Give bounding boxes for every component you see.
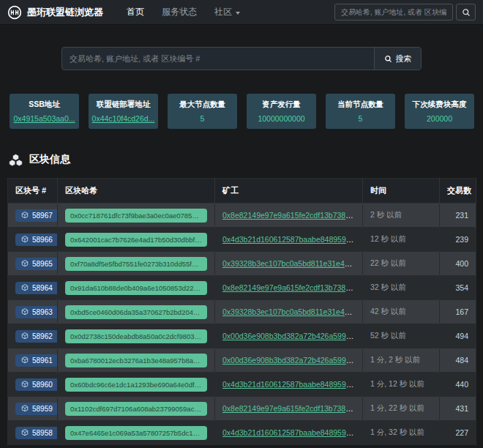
- block-number: 58958: [32, 429, 53, 437]
- cube-icon: [21, 308, 29, 316]
- deploy-address-link[interactable]: 0x44c10f4cd26d...: [89, 114, 158, 123]
- cube-icon: [21, 356, 29, 364]
- block-hash-pill[interactable]: 0x60bdc96c6e1dc1a1293be690a64e0df400df39…: [65, 378, 207, 392]
- tx-count: 484: [440, 348, 476, 373]
- blocks-section-header: 区块信息: [9, 153, 474, 166]
- block-hash-pill[interactable]: 0x0d2738c150deabdb8a50a0c2dcf9803131838b…: [65, 329, 207, 343]
- chevron-down-icon: [236, 12, 240, 15]
- table-row: 58962 0x0d2738c150deabdb8a50a0c2dcf98031…: [8, 324, 476, 348]
- stat-card-deploy-address: 联盟链部署地址 0x44c10f4cd26d...: [89, 94, 158, 129]
- tx-count: 167: [440, 300, 476, 324]
- block-number-badge[interactable]: 58961: [15, 354, 58, 367]
- block-hash-pill[interactable]: 0xbd5ce0460d06da35a370627b2bd20412470aad…: [65, 305, 207, 319]
- search-icon: [462, 8, 471, 17]
- block-hash-pill[interactable]: 0x91da610b88de0b409a6e1050853d22fd2f1db0…: [65, 281, 207, 295]
- stat-label: 资产发行量: [247, 100, 316, 110]
- miner-link[interactable]: 0x4d3b21d160612587baabe848959c327e195e46…: [222, 235, 363, 244]
- stat-card-asset-issuance: 资产发行量 10000000000: [247, 94, 316, 129]
- block-number: 58960: [32, 381, 53, 389]
- miner-link[interactable]: 0x4d3b21d160612587baabe848959c327e195e46…: [222, 380, 363, 389]
- block-hash-pill[interactable]: 0x0cc718761dfc73f9bae3a0ec0ae07856d121fe…: [65, 209, 207, 223]
- navbar-search-input[interactable]: [334, 4, 453, 20]
- cube-icon: [21, 332, 29, 340]
- navbar-search-button[interactable]: [456, 4, 476, 20]
- cube-icon: [21, 236, 29, 243]
- block-time: 2 秒 以前: [363, 204, 440, 228]
- tx-count: 227: [440, 421, 476, 445]
- miner-link[interactable]: 0x4d3b21d160612587baabe848959c327e195e46…: [222, 428, 363, 437]
- block-time: 1 分, 22 秒 以前: [363, 397, 440, 421]
- block-number-badge[interactable]: 58966: [15, 234, 58, 246]
- stat-card-current-nodes: 当前节点数量 5: [326, 94, 395, 129]
- block-number-badge[interactable]: 58963: [15, 306, 58, 318]
- stat-label: 联盟链部署地址: [89, 100, 158, 110]
- col-header-block-hash: 区块哈希: [58, 179, 215, 204]
- block-time: 32 秒 以前: [363, 276, 440, 300]
- current-nodes-value: 5: [326, 114, 395, 123]
- nav-home[interactable]: 首页: [119, 1, 151, 23]
- miner-link[interactable]: 0x39328b3ec107bc0a5bd811e31e46c295e24053…: [222, 259, 363, 268]
- miner-link[interactable]: 0x39328b3ec107bc0a5bd811e31e46c295e24053…: [222, 307, 363, 316]
- block-number: 58963: [32, 308, 53, 316]
- block-time: 42 秒 以前: [363, 300, 440, 324]
- tx-count: 431: [440, 397, 476, 421]
- stat-label: 最大节点数量: [168, 100, 237, 110]
- miner-link[interactable]: 0x8e82149e97e9a615fe2cdf13b7385708db1e05…: [222, 404, 363, 413]
- block-time: 22 秒 以前: [363, 252, 440, 276]
- table-row: 58966 0x642001cac7b7626e4ad17b50d30dbbf6…: [8, 228, 476, 252]
- cube-icon: [21, 405, 29, 412]
- block-hash-pill[interactable]: 0xf70a8df5e5fbd7551fe0273b310dd55f05552e…: [65, 257, 207, 271]
- main-nav: 首页 服务状态 社区: [119, 1, 247, 23]
- block-number: 58964: [32, 284, 53, 292]
- cube-icon: [21, 212, 29, 219]
- col-header-time: 时间: [363, 179, 440, 204]
- block-number-badge[interactable]: 58962: [15, 330, 58, 343]
- block-hash-pill[interactable]: 0xba6780012ecb3276a1b3e48a957b8a1cd6e7f1…: [65, 354, 207, 367]
- stat-label: 当前节点数量: [326, 100, 395, 110]
- nav-community-dropdown[interactable]: 社区: [207, 1, 247, 23]
- table-row: 58961 0xba6780012ecb3276a1b3e48a957b8a1c…: [8, 348, 476, 373]
- stats-row: SSB地址 0x4915a503aa0... 联盟链部署地址 0x44c10f4…: [10, 94, 474, 129]
- block-hash-pill[interactable]: 0x1102cdf697d7106a608ab23799059aca42fdb2…: [65, 402, 207, 416]
- block-time: 52 秒 以前: [363, 324, 440, 348]
- stat-card-max-nodes: 最大节点数量 5: [168, 94, 237, 129]
- hero-search-button-label: 搜索: [396, 53, 412, 64]
- hero-search: 搜索: [61, 47, 422, 70]
- ssb-address-link[interactable]: 0x4915a503aa0...: [10, 114, 79, 123]
- miner-link[interactable]: 0x00d36e908b3bd382a72b426a5994ac248267b7…: [222, 356, 363, 365]
- block-number: 58961: [32, 356, 53, 365]
- miner-link[interactable]: 0x8e82149e97e9a615fe2cdf13b7385708db1e05…: [222, 283, 363, 292]
- block-time: 12 秒 以前: [363, 228, 440, 252]
- block-number: 58962: [32, 332, 53, 340]
- tx-count: 231: [440, 204, 476, 228]
- stat-card-next-renewal-height: 下次续费块高度 200000: [405, 94, 474, 129]
- stat-label: SSB地址: [10, 100, 79, 110]
- table-row: 58967 0x0cc718761dfc73f9bae3a0ec0ae07856…: [8, 204, 476, 228]
- block-number-badge[interactable]: 58964: [15, 282, 58, 294]
- block-hash-pill[interactable]: 0x642001cac7b7626e4ad17b50d30dbbf6d54939…: [65, 233, 207, 247]
- asset-issuance-value: 10000000000: [247, 114, 316, 123]
- block-hash-pill[interactable]: 0x47e6465e1c069a53a57807257b5dc192513d4d…: [65, 426, 207, 440]
- hero-search-button[interactable]: 搜索: [374, 48, 421, 70]
- col-header-tx-count: 交易数: [440, 179, 476, 204]
- nav-service-status[interactable]: 服务状态: [154, 1, 204, 23]
- block-number: 58967: [32, 212, 53, 220]
- tx-count: 440: [440, 373, 476, 397]
- block-number-badge[interactable]: 58967: [15, 209, 58, 222]
- brand-logo-icon: [7, 5, 22, 20]
- block-number-badge[interactable]: 58965: [15, 258, 58, 270]
- stat-card-ssb-address: SSB地址 0x4915a503aa0...: [10, 94, 79, 129]
- block-number-badge[interactable]: 58959: [15, 403, 58, 415]
- brand-title: 墨珩联盟链浏览器: [27, 6, 103, 19]
- table-row: 58958 0x47e6465e1c069a53a57807257b5dc192…: [8, 421, 476, 445]
- block-number: 58959: [32, 405, 53, 413]
- block-time: 1 分, 2 秒 以前: [363, 348, 440, 373]
- block-number-badge[interactable]: 58958: [15, 427, 58, 439]
- tx-count: 239: [440, 228, 476, 252]
- block-number: 58966: [32, 236, 53, 244]
- hero-search-input[interactable]: [62, 48, 374, 70]
- miner-link[interactable]: 0x00d36e908b3bd382a72b426a5994ac248267b7…: [222, 332, 363, 340]
- miner-link[interactable]: 0x8e82149e97e9a615fe2cdf13b7385708db1e05…: [222, 211, 363, 220]
- brand[interactable]: 墨珩联盟链浏览器: [7, 5, 103, 20]
- block-number-badge[interactable]: 58960: [15, 378, 58, 391]
